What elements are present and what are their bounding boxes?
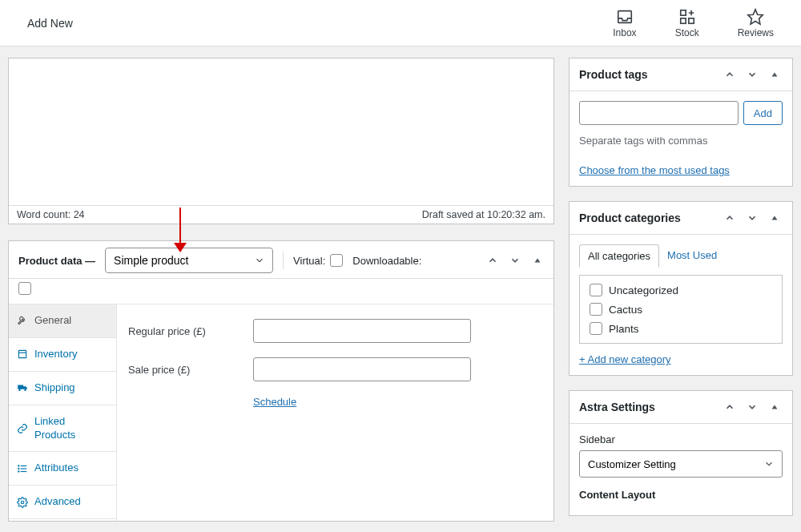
sidebar-label: Sidebar — [579, 433, 783, 445]
chevron-down-icon[interactable] — [744, 399, 760, 415]
product-tags-title: Product tags — [579, 68, 648, 81]
caret-up-icon[interactable] — [767, 66, 783, 83]
tab-shipping[interactable]: Shipping — [9, 372, 116, 405]
svg-point-13 — [21, 501, 24, 504]
page-title: Add New — [27, 17, 73, 30]
astra-settings-panel: Astra Settings Sidebar Customizer Se — [569, 390, 793, 516]
svg-marker-4 — [748, 9, 763, 23]
caret-up-icon[interactable] — [767, 399, 783, 415]
svg-rect-1 — [680, 10, 685, 14]
wordcount-text: Word count: 24 — [17, 209, 85, 220]
svg-marker-16 — [772, 405, 778, 409]
chevron-down-icon[interactable] — [744, 66, 760, 83]
category-item[interactable]: Cactus — [590, 303, 772, 316]
chevron-up-icon[interactable] — [722, 399, 738, 415]
tab-linked-products[interactable]: Linked Products — [9, 405, 116, 453]
product-tags-panel: Product tags Add — [569, 58, 793, 187]
tab-general-label: General — [34, 314, 71, 328]
add-tag-button[interactable]: Add — [743, 101, 783, 125]
star-icon — [747, 8, 764, 26]
category-tabs: All categories Most Used — [579, 244, 783, 267]
svg-rect-3 — [680, 18, 685, 22]
wrench-icon — [17, 315, 28, 326]
inbox-label: Inbox — [613, 27, 636, 38]
chevron-up-icon[interactable] — [722, 210, 738, 226]
product-data-title: Product data — — [18, 255, 95, 267]
category-item[interactable]: Plants — [590, 322, 772, 335]
chevron-down-icon[interactable] — [507, 252, 523, 268]
virtual-checkbox[interactable] — [330, 254, 343, 267]
add-category-link[interactable]: + Add new category — [579, 353, 671, 365]
truck-icon — [17, 382, 28, 393]
chevron-down-icon[interactable] — [744, 210, 760, 226]
tab-advanced-label: Advanced — [34, 495, 81, 509]
product-data-tabs: General Inventory Shipping Linked Produc… — [9, 304, 117, 521]
svg-point-12 — [18, 471, 19, 472]
top-header: Add New Inbox Stock Reviews — [0, 0, 801, 46]
tags-input[interactable] — [579, 101, 739, 125]
cat-tab-most-used[interactable]: Most Used — [659, 244, 725, 267]
category-list: Uncategorized Cactus Plants — [579, 275, 783, 344]
inbox-button[interactable]: Inbox — [613, 8, 636, 38]
tab-inventory[interactable]: Inventory — [9, 338, 116, 372]
product-data-header: Product data — Simple product Virtual: D… — [9, 241, 553, 279]
chevron-up-icon[interactable] — [485, 252, 501, 268]
editor-footer: Word count: 24 Draft saved at 10:20:32 a… — [9, 205, 553, 224]
tab-advanced[interactable]: Advanced — [9, 486, 116, 519]
divider — [283, 252, 284, 269]
cat-tab-all[interactable]: All categories — [579, 244, 659, 268]
general-panel: Regular price (£) Sale price (£) Schedul… — [117, 304, 553, 521]
tab-attributes[interactable]: Attributes — [9, 452, 116, 486]
content-layout-label: Content Layout — [579, 489, 783, 501]
product-categories-title: Product categories — [579, 212, 681, 224]
sale-price-input[interactable] — [253, 357, 471, 381]
svg-point-10 — [18, 466, 19, 466]
tab-inventory-label: Inventory — [34, 348, 77, 361]
downloadable-checkbox[interactable] — [18, 282, 31, 295]
stock-label: Stock — [675, 27, 699, 38]
sale-price-label: Sale price (£) — [128, 364, 240, 376]
schedule-link[interactable]: Schedule — [253, 396, 296, 408]
gear-icon — [17, 497, 28, 508]
category-checkbox[interactable] — [590, 284, 602, 296]
sidebar-select[interactable]: Customizer Setting — [579, 450, 783, 478]
svg-rect-2 — [688, 18, 693, 22]
downloadable-label: Downloadable: — [352, 255, 421, 267]
category-checkbox[interactable] — [590, 303, 602, 316]
choose-most-used-tags-link[interactable]: Choose from the most used tags — [579, 164, 730, 176]
grid-add-icon — [678, 8, 696, 26]
reviews-label: Reviews — [738, 27, 774, 38]
category-checkbox[interactable] — [590, 322, 602, 335]
list-icon — [17, 463, 28, 474]
inbox-icon — [616, 8, 634, 26]
reviews-button[interactable]: Reviews — [738, 8, 774, 38]
svg-point-11 — [18, 468, 19, 469]
chevron-up-icon[interactable] — [722, 66, 738, 83]
product-data-panel: Product data — Simple product Virtual: D… — [8, 240, 554, 522]
svg-rect-6 — [18, 351, 26, 358]
tab-attributes-label: Attributes — [34, 461, 78, 475]
category-item[interactable]: Uncategorized — [590, 284, 772, 296]
caret-up-icon[interactable] — [767, 210, 783, 226]
svg-marker-5 — [535, 259, 541, 263]
topbar-icon-row: Inbox Stock Reviews — [613, 8, 774, 38]
content-editor[interactable]: Word count: 24 Draft saved at 10:20:32 a… — [8, 58, 554, 224]
caret-up-icon[interactable] — [529, 252, 545, 268]
svg-marker-15 — [772, 216, 778, 220]
product-categories-panel: Product categories All categories — [569, 201, 793, 376]
regular-price-label: Regular price (£) — [128, 325, 240, 337]
draft-saved-text: Draft saved at 10:20:32 am. — [422, 209, 545, 220]
stock-button[interactable]: Stock — [675, 8, 699, 38]
tab-shipping-label: Shipping — [34, 381, 75, 395]
tab-linked-products-label: Linked Products — [34, 415, 108, 442]
link-icon — [17, 423, 28, 434]
editor-body[interactable] — [9, 58, 553, 205]
tags-help-text: Separate tags with commas — [579, 135, 783, 147]
regular-price-input[interactable] — [253, 319, 471, 343]
tab-general[interactable]: General — [9, 304, 116, 338]
svg-marker-14 — [772, 73, 778, 77]
virtual-label: Virtual: — [293, 254, 343, 267]
astra-settings-title: Astra Settings — [579, 401, 655, 413]
product-type-select[interactable]: Simple product — [105, 248, 273, 273]
inventory-icon — [17, 349, 28, 360]
